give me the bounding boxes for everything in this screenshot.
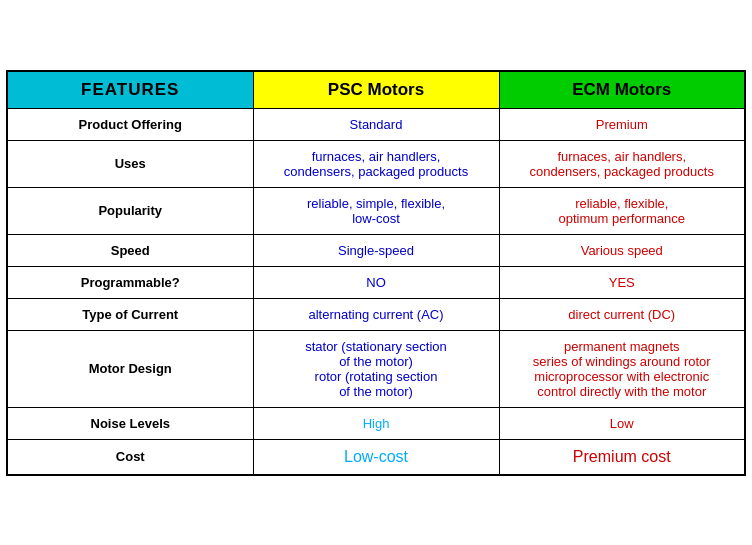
- ecm-value-cell: YES: [499, 266, 745, 298]
- ecm-value-cell: Low: [499, 407, 745, 439]
- header-psc: PSC Motors: [253, 71, 499, 109]
- psc-value-cell: furnaces, air handlers, condensers, pack…: [253, 140, 499, 187]
- comparison-table: FEATURES PSC Motors ECM Motors Product O…: [6, 70, 746, 476]
- ecm-value-cell: direct current (DC): [499, 298, 745, 330]
- feature-label: Programmable?: [7, 266, 253, 298]
- ecm-value-cell: Premium cost: [499, 439, 745, 475]
- table-row: Programmable?NOYES: [7, 266, 745, 298]
- feature-label: Uses: [7, 140, 253, 187]
- table-row: Motor Designstator (stationary section o…: [7, 330, 745, 407]
- psc-value-cell: Low-cost: [253, 439, 499, 475]
- psc-value-cell: reliable, simple, flexible, low-cost: [253, 187, 499, 234]
- psc-value-cell: High: [253, 407, 499, 439]
- ecm-value-cell: Various speed: [499, 234, 745, 266]
- table-row: Type of Currentalternating current (AC)d…: [7, 298, 745, 330]
- feature-label: Popularity: [7, 187, 253, 234]
- psc-value-cell: stator (stationary section of the motor)…: [253, 330, 499, 407]
- psc-value-cell: NO: [253, 266, 499, 298]
- feature-label: Motor Design: [7, 330, 253, 407]
- table-row: Product OfferingStandardPremium: [7, 108, 745, 140]
- feature-label: Type of Current: [7, 298, 253, 330]
- psc-value-cell: alternating current (AC): [253, 298, 499, 330]
- header-features: FEATURES: [7, 71, 253, 109]
- feature-label: Noise Levels: [7, 407, 253, 439]
- ecm-value-cell: permanent magnets series of windings aro…: [499, 330, 745, 407]
- table-row: Usesfurnaces, air handlers, condensers, …: [7, 140, 745, 187]
- feature-label: Speed: [7, 234, 253, 266]
- table-row: CostLow-costPremium cost: [7, 439, 745, 475]
- feature-label: Cost: [7, 439, 253, 475]
- ecm-value-cell: reliable, flexible, optimum performance: [499, 187, 745, 234]
- ecm-value-cell: Premium: [499, 108, 745, 140]
- header-ecm: ECM Motors: [499, 71, 745, 109]
- table-row: Popularityreliable, simple, flexible, lo…: [7, 187, 745, 234]
- feature-label: Product Offering: [7, 108, 253, 140]
- psc-value-cell: Single-speed: [253, 234, 499, 266]
- table-row: Noise LevelsHighLow: [7, 407, 745, 439]
- ecm-value-cell: furnaces, air handlers, condensers, pack…: [499, 140, 745, 187]
- psc-value-cell: Standard: [253, 108, 499, 140]
- table-row: SpeedSingle-speedVarious speed: [7, 234, 745, 266]
